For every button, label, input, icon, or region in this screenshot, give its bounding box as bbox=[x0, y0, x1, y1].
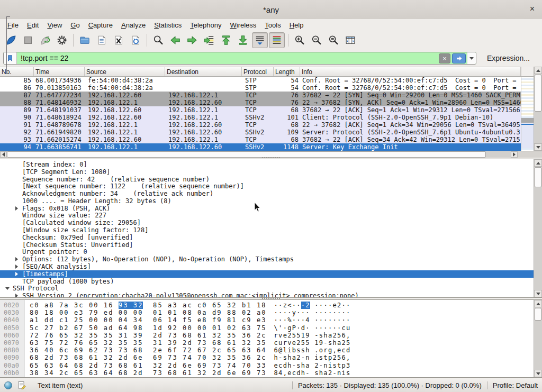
menu-file[interactable]: File bbox=[3, 20, 23, 30]
close-file-button[interactable] bbox=[111, 32, 127, 48]
menu-analyze[interactable]: Analyze bbox=[117, 20, 150, 30]
hex-row[interactable]: 00a065 63 64 68 2d 73 68 61 32 2d 6e 69 … bbox=[0, 362, 542, 369]
packet-row[interactable]: 9271.661949820192.168.122.1192.168.122.6… bbox=[0, 129, 521, 136]
go-back-button[interactable] bbox=[167, 32, 183, 48]
detail-line[interactable]: [TCP Segment Len: 1080] bbox=[0, 168, 542, 176]
reload-file-button[interactable] bbox=[128, 32, 143, 48]
details-vscrollbar[interactable] bbox=[534, 159, 542, 297]
packet-row[interactable]: 8871.648146932192.168.122.1192.168.122.6… bbox=[0, 99, 521, 106]
capture-comment-icon[interactable] bbox=[17, 381, 26, 389]
detail-line[interactable]: Acknowledgment number: 34 (relative ack … bbox=[0, 190, 542, 197]
expander-icon[interactable] bbox=[14, 206, 20, 211]
hex-vscrollbar[interactable] bbox=[534, 300, 542, 377]
filter-field[interactable]: !tcp.port == 22 × bbox=[3, 52, 476, 65]
hex-row[interactable]: 008036 40 6c 69 62 73 73 68 2e 6f 72 67 … bbox=[0, 347, 542, 354]
capture-options-button[interactable] bbox=[54, 32, 70, 48]
packet-row[interactable]: 8971.648191037192.168.122.60192.168.122.… bbox=[0, 106, 521, 114]
column-header-destination[interactable]: Destination bbox=[165, 67, 242, 76]
hex-row[interactable]: 00b038 34 2c 65 63 64 68 2d 73 68 61 32 … bbox=[0, 369, 542, 377]
detail-line[interactable]: Window size value: 227 bbox=[0, 212, 542, 220]
save-file-button[interactable] bbox=[94, 32, 110, 48]
go-to-top-button[interactable] bbox=[218, 32, 234, 48]
column-header-time[interactable]: Time bbox=[34, 67, 85, 76]
expander-icon[interactable] bbox=[14, 257, 20, 261]
detail-line[interactable]: SSH Protocol bbox=[0, 285, 542, 293]
auto-scroll-button[interactable] bbox=[252, 32, 268, 48]
packet-row[interactable]: 8771.647777234192.168.122.60192.168.122.… bbox=[0, 92, 521, 99]
menu-telephony[interactable]: Telephony bbox=[186, 20, 225, 30]
menu-wireless[interactable]: Wireless bbox=[226, 20, 261, 30]
expander-icon[interactable] bbox=[14, 265, 20, 269]
menu-tools[interactable]: Tools bbox=[260, 20, 285, 30]
scrollbar-thumb[interactable] bbox=[535, 75, 541, 112]
stop-capture-button[interactable] bbox=[20, 32, 36, 48]
expander-icon[interactable] bbox=[14, 272, 20, 276]
expression-button[interactable]: Expression... bbox=[487, 54, 530, 62]
clear-filter-icon[interactable]: × bbox=[439, 53, 450, 63]
menu-edit[interactable]: Edit bbox=[23, 20, 43, 30]
packet-row[interactable]: 9171.648789678192.168.122.1192.168.122.6… bbox=[0, 121, 521, 129]
detail-line[interactable]: [SEQ/ACK analysis] bbox=[0, 263, 542, 270]
scroll-down-icon[interactable] bbox=[534, 290, 542, 297]
detail-line[interactable]: [Next sequence number: 1122 (relative se… bbox=[0, 183, 542, 190]
detail-line[interactable]: TCP payload (1080 bytes) bbox=[0, 278, 542, 285]
scroll-up-icon[interactable] bbox=[534, 67, 542, 74]
detail-line[interactable]: [Timestamps] bbox=[0, 270, 542, 278]
scrollbar-thumb[interactable] bbox=[535, 308, 541, 321]
hex-row[interactable]: 006072 76 65 32 35 35 31 39 2d 73 68 61 … bbox=[0, 332, 542, 339]
close-icon[interactable]: × bbox=[530, 4, 535, 14]
expert-info-icon[interactable] bbox=[4, 381, 12, 389]
packet-row[interactable]: 9071.648618924192.168.122.60192.168.122.… bbox=[0, 114, 521, 121]
start-capture-button[interactable] bbox=[3, 32, 19, 48]
column-header-protocol[interactable]: Protocol bbox=[242, 67, 274, 76]
filter-history-caret-icon[interactable] bbox=[467, 52, 476, 64]
find-packet-button[interactable] bbox=[150, 32, 166, 48]
detail-line[interactable]: Sequence number: 42 (relative sequence n… bbox=[0, 176, 542, 183]
menu-help[interactable]: Help bbox=[285, 20, 308, 30]
zoom-in-button[interactable] bbox=[292, 32, 308, 48]
column-header-no[interactable]: No. bbox=[0, 67, 34, 76]
packet-list-vscrollbar[interactable] bbox=[534, 67, 542, 151]
restart-capture-button[interactable] bbox=[37, 32, 53, 48]
column-header-source[interactable]: Source bbox=[85, 67, 165, 76]
menu-view[interactable]: View bbox=[43, 20, 66, 30]
detail-line[interactable]: Urgent pointer: 0 bbox=[0, 249, 542, 256]
bookmark-icon[interactable] bbox=[4, 52, 17, 64]
detail-line[interactable]: [Stream index: 0] bbox=[0, 161, 542, 168]
resize-columns-button[interactable] bbox=[342, 32, 358, 48]
hex-row[interactable]: 003080 18 00 e3 79 ed 00 00 01 01 08 0a … bbox=[0, 309, 542, 316]
profile-selector[interactable]: Profile: Default bbox=[493, 381, 538, 389]
go-to-packet-button[interactable] bbox=[201, 32, 217, 48]
detail-line[interactable]: [Calculated window size: 29056] bbox=[0, 219, 542, 226]
hex-row[interactable]: 009068 2d 73 68 61 32 2d 6e 69 73 74 70 … bbox=[0, 354, 542, 361]
packet-row[interactable]: 8670.013850163fe:54:00:d4:38:2aSTP54Conf… bbox=[0, 84, 521, 92]
zoom-out-button[interactable] bbox=[309, 32, 324, 48]
packet-row[interactable]: 9371.662015274192.168.122.60192.168.122.… bbox=[0, 136, 521, 143]
detail-line[interactable]: [Window size scaling factor: 128] bbox=[0, 226, 542, 234]
hex-row[interactable]: 007063 75 72 76 65 32 35 35 31 39 2d 73 … bbox=[0, 339, 542, 347]
scrollbar-thumb[interactable] bbox=[535, 167, 541, 187]
hex-row[interactable]: 00505c 27 b2 67 50 ad 64 98 1d 92 00 00 … bbox=[0, 324, 542, 332]
packet-row[interactable]: 8568.001734936fe:54:00:d4:38:2aSTP54Conf… bbox=[0, 77, 521, 84]
expander-icon[interactable] bbox=[4, 287, 10, 290]
packet-list-minimap[interactable] bbox=[521, 77, 534, 151]
scroll-down-icon[interactable] bbox=[534, 143, 542, 151]
menu-statistics[interactable]: Statistics bbox=[150, 20, 186, 30]
menu-go[interactable]: Go bbox=[66, 20, 84, 30]
detail-line[interactable]: Checksum: 0x79ed [unverified] bbox=[0, 234, 542, 241]
go-to-bottom-button[interactable] bbox=[235, 32, 251, 48]
column-header-info[interactable]: Info bbox=[300, 67, 521, 76]
scroll-up-icon[interactable] bbox=[534, 159, 542, 167]
open-file-button[interactable] bbox=[77, 32, 93, 48]
colorize-button[interactable] bbox=[269, 32, 285, 48]
filter-input[interactable]: !tcp.port == 22 bbox=[17, 54, 439, 62]
packet-row[interactable]: 9471.663856741192.168.122.1192.168.122.6… bbox=[0, 143, 521, 151]
detail-line[interactable]: [Checksum Status: Unverified] bbox=[0, 241, 542, 249]
zoom-100-button[interactable] bbox=[326, 32, 341, 48]
hex-row[interactable]: 0040a1 dd c1 25 00 00 04 34 06 14 f5 e8 … bbox=[0, 316, 542, 324]
scroll-up-icon[interactable] bbox=[534, 300, 542, 307]
column-header-length[interactable]: Length bbox=[274, 67, 300, 76]
menu-capture[interactable]: Capture bbox=[84, 20, 117, 30]
detail-line[interactable]: 1000 .... = Header Length: 32 bytes (8) bbox=[0, 197, 542, 205]
hex-row[interactable]: 0020c0 a8 7a 3c 00 16 93 32 85 a3 ac c0 … bbox=[0, 302, 542, 309]
